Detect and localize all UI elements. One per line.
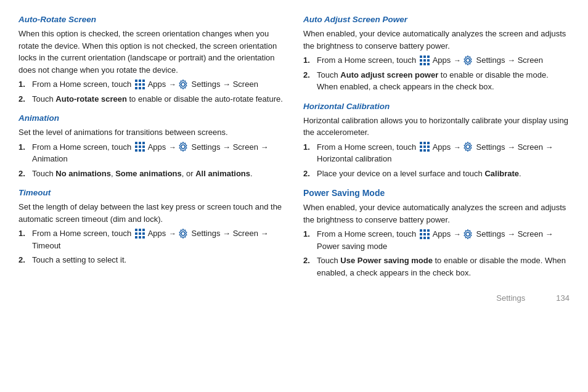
step-number: 1. xyxy=(303,54,313,67)
svg-rect-24 xyxy=(139,232,141,235)
svg-rect-25 xyxy=(142,232,145,235)
svg-rect-44 xyxy=(423,145,426,148)
step-text: Touch xyxy=(32,94,55,104)
step-text: From a Home screen, touch xyxy=(32,229,134,238)
step-item: 2. Touch Auto adjust screen power to ena… xyxy=(303,69,570,93)
arrow: → xyxy=(169,229,176,238)
svg-rect-5 xyxy=(142,83,145,86)
step-bold: Some animations xyxy=(115,169,182,178)
svg-rect-28 xyxy=(142,236,145,239)
step-text: From a Home screen, touch xyxy=(317,55,419,65)
step-list: 1. From a Home screen, touch Apps → Sett… xyxy=(303,228,570,279)
step-list: 1. From a Home screen, touch Apps → Sett… xyxy=(18,78,285,105)
step-text: From a Home screen, touch xyxy=(32,80,134,89)
section-body: When this option is checked, the screen … xyxy=(18,28,285,76)
svg-point-59 xyxy=(466,232,470,236)
settings-icon xyxy=(178,141,189,152)
step-text: Apps xyxy=(431,142,453,152)
step-number: 2. xyxy=(18,254,28,266)
step-item: 1. From a Home screen, touch Apps → Sett… xyxy=(303,228,570,252)
svg-rect-56 xyxy=(420,237,422,239)
svg-rect-30 xyxy=(420,55,422,58)
arrow: → xyxy=(454,143,461,152)
apps-icon xyxy=(419,229,430,240)
step-text: . xyxy=(250,169,253,178)
step-number: 1. xyxy=(18,227,28,251)
step-text: Apps xyxy=(146,142,168,152)
svg-rect-46 xyxy=(420,149,422,152)
step-content: Touch a setting to select it. xyxy=(32,254,285,266)
step-text: , or xyxy=(182,169,195,178)
settings-icon xyxy=(178,228,189,239)
svg-rect-2 xyxy=(142,80,145,82)
svg-rect-26 xyxy=(135,236,137,239)
step-text: Settings → Screen xyxy=(189,80,258,89)
svg-rect-57 xyxy=(423,237,426,239)
section-title: Auto Adjust Screen Power xyxy=(303,15,570,24)
svg-rect-47 xyxy=(423,149,426,152)
svg-rect-17 xyxy=(139,149,141,152)
svg-rect-23 xyxy=(135,232,137,235)
step-item: 1. From a Home screen, touch Apps → Sett… xyxy=(303,141,570,165)
section-body: Set the length of delay between the last… xyxy=(18,201,285,225)
step-item: 2. Touch Auto-rotate screen to enable or… xyxy=(18,93,285,105)
step-list: 1. From a Home screen, touch Apps → Sett… xyxy=(18,141,285,180)
svg-rect-32 xyxy=(427,55,430,58)
step-item: 1. From a Home screen, touch Apps → Sett… xyxy=(18,78,285,91)
svg-rect-43 xyxy=(420,145,422,148)
step-content: Touch No animations, Some animations, or… xyxy=(32,168,285,180)
svg-point-9 xyxy=(181,83,185,86)
svg-rect-53 xyxy=(420,233,422,235)
section-title: Horizontal Calibration xyxy=(303,102,570,111)
section-animation: AnimationSet the level of animations for… xyxy=(18,113,285,179)
footer-page: 134 xyxy=(556,293,570,303)
step-number: 1. xyxy=(303,141,313,165)
apps-icon xyxy=(419,141,430,152)
settings-icon xyxy=(178,79,189,90)
svg-rect-13 xyxy=(135,145,137,148)
step-list: 1. From a Home screen, touch Apps → Sett… xyxy=(18,227,285,266)
step-bold: Calibrate xyxy=(484,169,519,178)
step-content: Touch Use Power saving mode to enable or… xyxy=(317,255,570,279)
step-text: Settings → Screen xyxy=(474,55,543,65)
svg-rect-34 xyxy=(423,59,426,62)
step-content: Place your device on a level surface and… xyxy=(317,168,570,180)
svg-rect-38 xyxy=(427,63,430,65)
step-text: Touch xyxy=(317,256,340,265)
step-text: Apps xyxy=(431,229,453,239)
step-number: 2. xyxy=(303,168,313,180)
step-content: From a Home screen, touch Apps → Setting… xyxy=(32,78,285,91)
step-content: From a Home screen, touch Apps → Setting… xyxy=(32,141,285,165)
svg-rect-11 xyxy=(139,142,141,144)
step-content: From a Home screen, touch Apps → Setting… xyxy=(317,141,570,165)
section-power-saving: Power Saving ModeWhen enabled, your devi… xyxy=(303,188,570,279)
svg-rect-18 xyxy=(142,149,145,152)
apps-icon xyxy=(134,79,145,90)
step-content: Touch Auto-rotate screen to enable or di… xyxy=(32,93,285,105)
step-number: 1. xyxy=(18,141,28,165)
step-content: From a Home screen, touch Apps → Setting… xyxy=(32,227,285,251)
arrow: → xyxy=(169,143,176,152)
svg-rect-31 xyxy=(423,55,426,58)
step-number: 1. xyxy=(303,228,313,252)
step-item: 2. Place your device on a level surface … xyxy=(303,168,570,180)
svg-rect-35 xyxy=(427,59,430,62)
step-content: From a Home screen, touch Apps → Setting… xyxy=(317,54,570,67)
step-text: to enable or disable the auto-rotate fea… xyxy=(127,94,283,104)
section-body: When enabled, your device automatically … xyxy=(303,202,570,226)
apps-icon xyxy=(134,141,145,152)
settings-icon xyxy=(462,55,473,66)
svg-rect-15 xyxy=(142,145,145,148)
svg-rect-51 xyxy=(423,229,426,232)
svg-rect-58 xyxy=(427,237,430,239)
step-bold: No animations xyxy=(55,169,111,178)
step-text: Apps xyxy=(146,80,168,89)
step-text: Touch xyxy=(32,169,55,178)
section-timeout: TimeoutSet the length of delay between t… xyxy=(18,188,285,266)
svg-rect-40 xyxy=(420,142,422,144)
step-number: 2. xyxy=(18,168,28,180)
svg-rect-3 xyxy=(135,83,137,86)
svg-rect-21 xyxy=(139,229,141,231)
section-title: Power Saving Mode xyxy=(303,188,570,198)
svg-point-29 xyxy=(181,232,185,235)
